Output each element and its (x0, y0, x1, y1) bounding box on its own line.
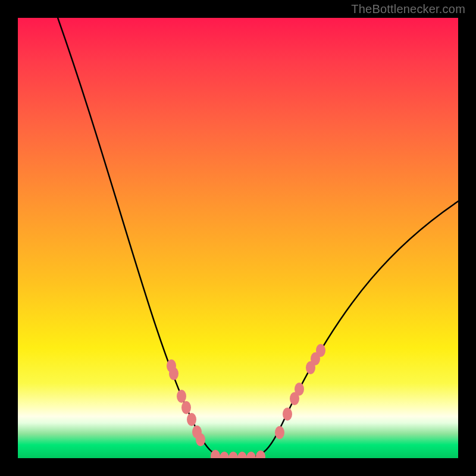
data-marker (187, 413, 196, 426)
data-marker (220, 452, 229, 458)
data-marker (316, 344, 325, 357)
chart-plot-area (18, 18, 458, 458)
data-marker (196, 433, 205, 446)
chart-frame: TheBottlenecker.com (0, 0, 476, 476)
data-marker (181, 401, 191, 414)
data-marker (246, 452, 256, 458)
data-marker (228, 452, 238, 458)
data-marker (295, 383, 304, 396)
chart-svg-layer (18, 18, 458, 458)
data-marker (283, 408, 292, 421)
watermark-text: TheBottlenecker.com (351, 2, 465, 16)
data-marker (169, 367, 178, 380)
data-marker (275, 426, 284, 439)
data-marker (177, 390, 186, 403)
data-marker (237, 452, 247, 458)
bottleneck-curve (54, 18, 458, 458)
